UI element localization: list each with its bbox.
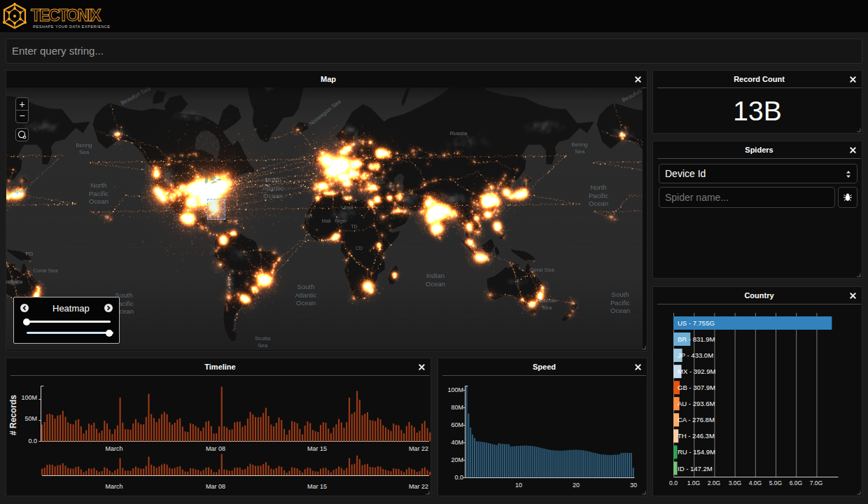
svg-text:Mar 22: Mar 22 [409,445,428,452]
svg-text:RESHAPE YOUR DATA EXPERIENCE: RESHAPE YOUR DATA EXPERIENCE [33,24,111,29]
svg-text:30: 30 [630,482,637,489]
svg-text:7.0G: 7.0G [810,479,822,486]
svg-text:JP - 433.0M: JP - 433.0M [678,351,713,359]
svg-text:Mar 15: Mar 15 [307,483,327,490]
svg-text:March: March [105,483,122,490]
svg-text:0.0: 0.0 [669,479,678,486]
svg-text:TH - 246.3M: TH - 246.3M [678,432,715,440]
svg-text:Mar 08: Mar 08 [206,445,225,452]
svg-text:BR - 831.9M: BR - 831.9M [678,335,715,343]
svg-text:CA - 276.8M: CA - 276.8M [678,416,715,424]
svg-text:100M: 100M [447,386,463,393]
svg-text:ID - 147.2M: ID - 147.2M [678,465,713,472]
svg-text:US - 7.755G: US - 7.755G [678,319,715,327]
svg-text:20M: 20M [451,456,463,463]
svg-text:50M: 50M [24,415,37,422]
svg-text:2.0G: 2.0G [708,479,720,486]
svg-text:20: 20 [573,482,580,489]
svg-text:80M: 80M [451,404,463,411]
svg-text:# Records: # Records [8,395,18,435]
svg-text:60M: 60M [451,421,463,428]
svg-text:Mar 15: Mar 15 [307,445,327,452]
svg-text:Mar 08: Mar 08 [206,483,225,490]
svg-text:6.0G: 6.0G [790,479,802,486]
svg-text:5.0G: 5.0G [769,479,782,486]
svg-text:0.0: 0.0 [454,474,463,481]
svg-text:GB - 307.9M: GB - 307.9M [678,384,715,391]
svg-text:100M: 100M [21,394,37,401]
svg-text:AU - 293.6M: AU - 293.6M [678,400,715,407]
svg-text:RU - 154.9M: RU - 154.9M [678,448,715,456]
svg-text:Mar 22: Mar 22 [409,483,428,490]
svg-text:March: March [105,445,122,452]
svg-text:4.0G: 4.0G [749,479,762,486]
svg-text:3.0G: 3.0G [729,479,741,486]
svg-text:1.0G: 1.0G [687,479,700,486]
svg-text:TECTONIX: TECTONIX [31,6,102,24]
svg-text:MX - 392.9M: MX - 392.9M [678,368,715,375]
svg-text:0.0: 0.0 [28,438,37,444]
svg-text:10: 10 [515,482,522,489]
svg-text:40M: 40M [451,439,463,446]
